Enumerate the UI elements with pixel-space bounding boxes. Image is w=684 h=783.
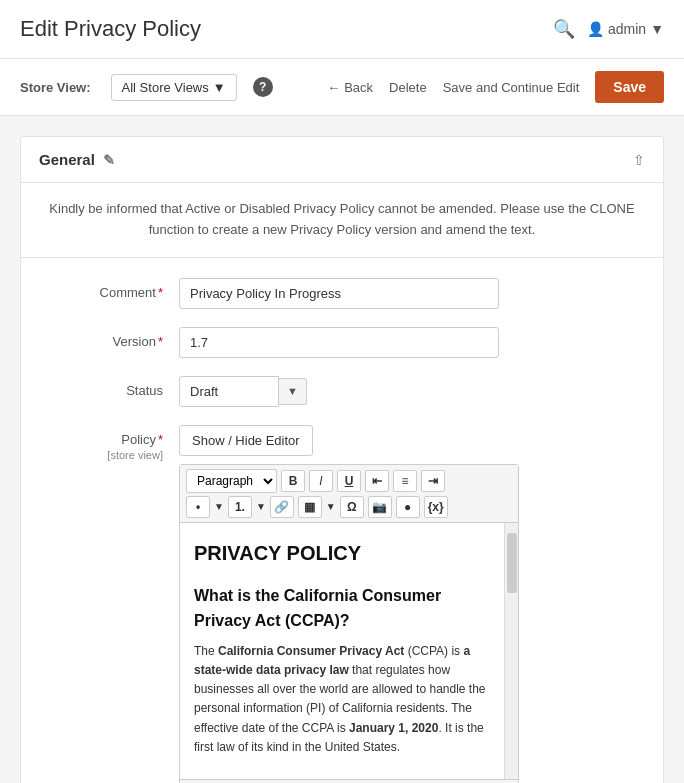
page-title: Edit Privacy Policy: [20, 16, 201, 42]
chevron-down-icon: ▼: [213, 80, 226, 95]
admin-label: admin: [608, 21, 646, 37]
content-h2: What is the California Consumer Privacy …: [194, 583, 496, 634]
collapse-icon[interactable]: ⇧: [633, 152, 645, 168]
editor-toolbar-row-2: • ▼ 1. ▼ 🔗 ▦ ▼ Ω 📷 ● {x}: [186, 496, 512, 518]
comment-input[interactable]: [179, 278, 499, 309]
save-button[interactable]: Save: [595, 71, 664, 103]
comment-label: Comment*: [39, 278, 179, 300]
image-button[interactable]: 📷: [368, 496, 392, 518]
status-field-wrap: Draft Active Disabled ▼: [179, 376, 645, 407]
user-icon: 👤: [587, 21, 604, 37]
store-view-select[interactable]: All Store Views ▼: [111, 74, 237, 101]
search-icon[interactable]: 🔍: [553, 18, 575, 40]
editor-scrollbar-thumb: [507, 533, 517, 593]
show-hide-editor-button[interactable]: Show / Hide Editor: [179, 425, 313, 456]
header-icons: 🔍 👤 admin ▼: [553, 18, 664, 40]
help-icon[interactable]: ?: [253, 77, 273, 97]
version-input[interactable]: [179, 327, 499, 358]
version-row: Version*: [39, 327, 645, 358]
editor-toolbar-row-1: Paragraph B I U ⇤ ≡ ⇥: [186, 469, 512, 493]
form-body: Comment* Version* Status: [21, 258, 663, 783]
content-title: PRIVACY POLICY: [194, 537, 496, 569]
save-continue-button[interactable]: Save and Continue Edit: [443, 80, 580, 95]
version-field-wrap: [179, 327, 645, 358]
table-button[interactable]: ▦: [298, 496, 322, 518]
tinymce-editor: Paragraph B I U ⇤ ≡ ⇥ • ▼: [179, 464, 519, 783]
list-arrow-icon[interactable]: ▼: [214, 501, 224, 512]
comment-required: *: [158, 285, 163, 300]
version-label: Version*: [39, 327, 179, 349]
section-header: General ✎ ⇧: [21, 137, 663, 183]
editor-toolbar: Paragraph B I U ⇤ ≡ ⇥ • ▼: [180, 465, 518, 523]
status-select-wrap: Draft Active Disabled ▼: [179, 376, 645, 407]
paragraph-select[interactable]: Paragraph: [186, 469, 277, 493]
bold-button[interactable]: B: [281, 470, 305, 492]
ordered-arrow-icon[interactable]: ▼: [256, 501, 266, 512]
italic-button[interactable]: I: [309, 470, 333, 492]
content: General ✎ ⇧ Kindly be informed that Acti…: [0, 116, 684, 783]
policy-row: Policy* [store view] Show / Hide Editor: [39, 425, 645, 783]
general-section: General ✎ ⇧ Kindly be informed that Acti…: [20, 136, 664, 783]
toolbar: Store View: All Store Views ▼ ? ← Back D…: [0, 59, 684, 116]
policy-required: *: [158, 432, 163, 447]
store-view-value: All Store Views: [122, 80, 209, 95]
editor-outer: PRIVACY POLICY What is the California Co…: [180, 523, 518, 779]
align-left-button[interactable]: ⇤: [365, 470, 389, 492]
underline-button[interactable]: U: [337, 470, 361, 492]
editor-scrollbar[interactable]: [504, 523, 518, 779]
editor-content[interactable]: PRIVACY POLICY What is the California Co…: [180, 523, 518, 779]
policy-sublabel: [store view]: [107, 449, 163, 461]
link-button[interactable]: 🔗: [270, 496, 294, 518]
align-center-button[interactable]: ≡: [393, 470, 417, 492]
ordered-list-button[interactable]: 1.: [228, 496, 252, 518]
store-view-label: Store View:: [20, 80, 91, 95]
comment-row: Comment*: [39, 278, 645, 309]
toolbar-actions: ← Back Delete Save and Continue Edit Sav…: [327, 71, 664, 103]
delete-button[interactable]: Delete: [389, 80, 427, 95]
back-button[interactable]: ← Back: [327, 80, 373, 95]
embed-button[interactable]: ●: [396, 496, 420, 518]
omega-button[interactable]: Ω: [340, 496, 364, 518]
content-paragraph: The California Consumer Privacy Act (CCP…: [194, 642, 496, 757]
notice-text: Kindly be informed that Active or Disabl…: [21, 183, 663, 258]
status-row: Status Draft Active Disabled ▼: [39, 376, 645, 407]
editor-footer: Powered by TinyMCE ▼: [180, 779, 518, 783]
status-label: Status: [39, 376, 179, 398]
unordered-list-button[interactable]: •: [186, 496, 210, 518]
comment-field-wrap: [179, 278, 645, 309]
page-header: Edit Privacy Policy 🔍 👤 admin ▼: [0, 0, 684, 59]
variable-button[interactable]: {x}: [424, 496, 448, 518]
align-right-button[interactable]: ⇥: [421, 470, 445, 492]
version-required: *: [158, 334, 163, 349]
status-select[interactable]: Draft Active Disabled: [179, 376, 279, 407]
admin-user-menu[interactable]: 👤 admin ▼: [587, 21, 664, 37]
back-arrow-icon: ←: [327, 80, 340, 95]
policy-label: Policy* [store view]: [39, 425, 179, 462]
policy-field-wrap: Show / Hide Editor Paragraph B I: [179, 425, 645, 783]
section-title: General ✎: [39, 151, 115, 168]
section-edit-icon[interactable]: ✎: [103, 152, 115, 168]
table-arrow-icon[interactable]: ▼: [326, 501, 336, 512]
status-arrow-icon[interactable]: ▼: [279, 378, 307, 405]
chevron-down-icon: ▼: [650, 21, 664, 37]
